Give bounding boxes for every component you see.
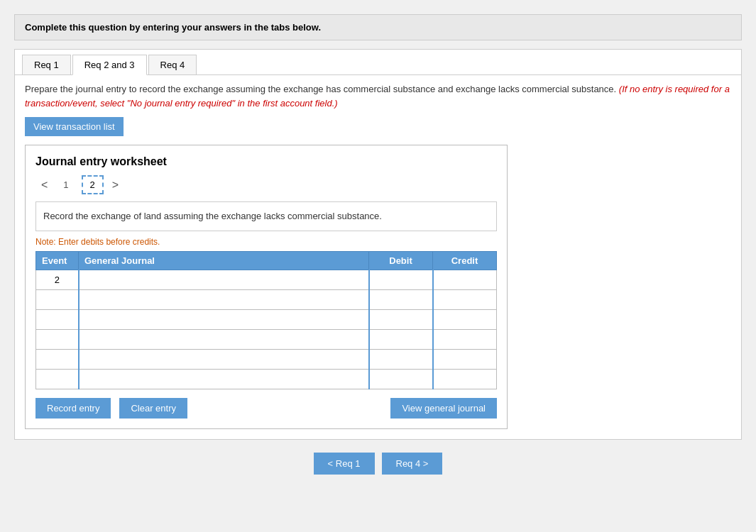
journal-table: Event General Journal Debit Credit	[35, 251, 497, 389]
credit-cell-2[interactable]	[433, 289, 497, 309]
table-row	[36, 369, 497, 389]
debit-cell-3[interactable]	[369, 309, 433, 329]
tab-req1[interactable]: Req 1	[22, 55, 71, 74]
credit-input-3[interactable]	[434, 310, 497, 329]
journal-cell-6[interactable]	[79, 369, 369, 389]
credit-cell-6[interactable]	[433, 369, 497, 389]
event-cell-6	[36, 369, 79, 389]
debit-input-2[interactable]	[370, 290, 432, 309]
debit-input-6[interactable]	[370, 370, 432, 389]
event-cell-1: 2	[36, 270, 79, 289]
credit-input-6[interactable]	[434, 370, 497, 389]
debit-cell-6[interactable]	[369, 369, 433, 389]
col-event: Event	[36, 251, 79, 270]
journal-cell-3[interactable]	[79, 309, 369, 329]
table-row	[36, 309, 497, 329]
journal-input-3[interactable]	[80, 310, 368, 329]
event-cell-3	[36, 309, 79, 329]
action-buttons: Record entry Clear entry View general jo…	[35, 398, 497, 419]
view-general-journal-button[interactable]: View general journal	[390, 398, 497, 419]
worksheet-title: Journal entry worksheet	[35, 155, 497, 168]
credit-input-2[interactable]	[434, 290, 497, 309]
instruction-text: Complete this question by entering your …	[25, 22, 321, 33]
table-row: 2	[36, 270, 497, 289]
clear-entry-button[interactable]: Clear entry	[119, 398, 187, 419]
journal-input-5[interactable]	[80, 350, 368, 369]
note-text: Note: Enter debits before credits.	[35, 237, 497, 247]
credit-cell-3[interactable]	[433, 309, 497, 329]
debit-cell-4[interactable]	[369, 329, 433, 349]
journal-cell-4[interactable]	[79, 329, 369, 349]
debit-input-4[interactable]	[370, 330, 432, 349]
description-text: Prepare the journal entry to record the …	[25, 82, 731, 110]
debit-input-1[interactable]	[370, 270, 432, 289]
record-entry-button[interactable]: Record entry	[35, 398, 111, 419]
nav-next-arrow[interactable]: >	[106, 176, 124, 194]
table-row	[36, 289, 497, 309]
worksheet-description: Record the exchange of land assuming the…	[35, 201, 497, 231]
instruction-banner: Complete this question by entering your …	[14, 14, 742, 40]
journal-cell-2[interactable]	[79, 289, 369, 309]
col-debit: Debit	[369, 251, 433, 270]
journal-input-1[interactable]	[80, 270, 368, 289]
view-transaction-button[interactable]: View transaction list	[25, 117, 124, 136]
credit-input-5[interactable]	[434, 350, 497, 369]
page-2-btn[interactable]: 2	[82, 175, 104, 194]
debit-cell-5[interactable]	[369, 349, 433, 369]
table-row	[36, 349, 497, 369]
credit-input-1[interactable]	[434, 270, 497, 289]
journal-input-2[interactable]	[80, 290, 368, 309]
credit-cell-1[interactable]	[433, 270, 497, 289]
main-content: Prepare the journal entry to record the …	[14, 74, 742, 440]
journal-cell-5[interactable]	[79, 349, 369, 369]
debit-input-5[interactable]	[370, 350, 432, 369]
table-row	[36, 329, 497, 349]
journal-input-4[interactable]	[80, 330, 368, 349]
event-cell-5	[36, 349, 79, 369]
bottom-nav: < Req 1 Req 4 >	[14, 453, 742, 475]
credit-input-4[interactable]	[434, 330, 497, 349]
journal-cell-1[interactable]	[79, 270, 369, 289]
tabs-container: Req 1 Req 2 and 3 Req 4	[14, 49, 742, 74]
nav-prev-arrow[interactable]: <	[35, 176, 53, 194]
tab-req2and3[interactable]: Req 2 and 3	[72, 55, 147, 75]
journal-input-6[interactable]	[80, 370, 368, 389]
col-credit: Credit	[433, 251, 497, 270]
debit-input-3[interactable]	[370, 310, 432, 329]
credit-cell-5[interactable]	[433, 349, 497, 369]
event-cell-2	[36, 289, 79, 309]
next-nav-button[interactable]: Req 4 >	[382, 453, 443, 475]
worksheet-box: Journal entry worksheet < 1 2 > Record t…	[25, 145, 508, 429]
debit-cell-2[interactable]	[369, 289, 433, 309]
col-journal: General Journal	[79, 251, 369, 270]
page-1-btn[interactable]: 1	[56, 177, 75, 193]
event-cell-4	[36, 329, 79, 349]
description-main: Prepare the journal entry to record the …	[25, 84, 616, 94]
nav-row: < 1 2 >	[35, 175, 497, 194]
credit-cell-4[interactable]	[433, 329, 497, 349]
debit-cell-1[interactable]	[369, 270, 433, 289]
prev-nav-button[interactable]: < Req 1	[314, 453, 375, 475]
tab-req4[interactable]: Req 4	[148, 55, 197, 74]
